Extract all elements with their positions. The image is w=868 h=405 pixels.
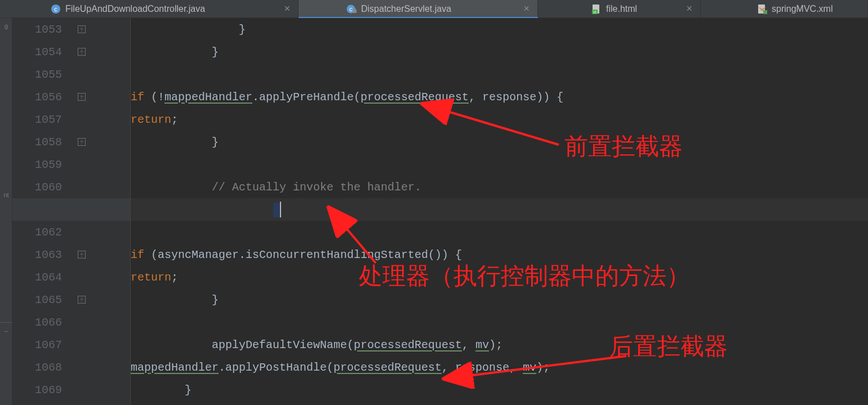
line-number[interactable]: 1054 (12, 46, 68, 59)
fold-column: − (68, 138, 96, 146)
code-line[interactable] (131, 63, 868, 86)
code-line[interactable]: } (131, 288, 868, 311)
code-line[interactable]: // Actually invoke the handler. (131, 176, 868, 198)
code-line[interactable] (131, 311, 868, 333)
line-number[interactable]: 1069 (12, 384, 68, 397)
line-number[interactable]: 1056 (12, 91, 68, 104)
code-line[interactable] (131, 153, 868, 176)
fold-column: − (68, 25, 96, 33)
close-icon[interactable]: × (282, 3, 292, 15)
gutter-line: 1067 (12, 333, 130, 356)
code-line[interactable]: return; (131, 266, 868, 288)
tab-file-1[interactable]: c DispatcherServlet.java × (299, 0, 538, 17)
line-number[interactable]: 1063 (12, 248, 68, 261)
gutter-line: 1054− (12, 41, 130, 63)
gutter-line: 1065− (12, 288, 130, 311)
code-area[interactable]: } } if (!mappedHandler.applyPreHandle(pr… (131, 18, 868, 405)
svg-text:H: H (593, 10, 596, 14)
fold-column: − (68, 48, 96, 56)
tab-file-3[interactable]: springMVC.xml (701, 0, 868, 17)
current-line-gutter (12, 198, 130, 221)
tab-label: file.html (606, 4, 637, 14)
selection-highlight (273, 203, 280, 217)
tab-label: FileUpAndDownloadController.java (65, 4, 205, 14)
class-lock-icon: c (346, 4, 357, 14)
fold-column: − (68, 93, 96, 101)
gutter-line: 1066 (12, 311, 130, 333)
svg-text:c: c (349, 6, 353, 12)
code-line[interactable]: } (131, 131, 868, 153)
xml-icon (757, 4, 767, 14)
code-line[interactable]: if (!mappedHandler.applyPreHandle(proces… (131, 86, 868, 108)
gutter-line: 1058− (12, 131, 130, 153)
code-line[interactable]: if (asyncManager.isConcurrentHandlingSta… (131, 243, 868, 266)
fold-column: − (68, 296, 96, 304)
tab-file-2[interactable]: H file.html × (538, 0, 701, 17)
close-icon[interactable]: × (684, 3, 695, 15)
class-icon: c (51, 4, 61, 14)
code-line[interactable]: return; (131, 108, 868, 131)
strip-handle[interactable]: – (0, 322, 12, 338)
line-number[interactable]: 1060 (12, 181, 68, 194)
line-number[interactable]: 1059 (12, 158, 68, 171)
code-line[interactable]: } (131, 41, 868, 63)
gutter-line: 1068 (12, 356, 130, 379)
line-number[interactable]: 1058 (12, 136, 68, 149)
gutter-line: 1064 (12, 266, 130, 288)
fold-column: − (68, 251, 96, 259)
text-caret (280, 202, 281, 217)
line-number[interactable]: 1067 (12, 339, 68, 351)
code-line[interactable]: applyDefaultViewName(processedRequest, m… (131, 333, 868, 356)
line-number[interactable]: 1057 (12, 113, 68, 126)
html-icon: H (591, 4, 602, 14)
tab-file-0[interactable]: c FileUpAndDownloadController.java × (0, 0, 299, 17)
gutter-line: 1069 (12, 379, 130, 401)
line-number[interactable]: 1053 (12, 23, 68, 36)
svg-text:c: c (54, 6, 57, 12)
line-number[interactable]: 1055 (12, 68, 68, 81)
gutter-line: 1056− (12, 86, 130, 108)
gutter-line: 1053− (12, 18, 130, 41)
gutter-line: 1063− (12, 243, 130, 266)
line-number[interactable]: 1062 (12, 226, 68, 239)
line-number[interactable]: 1065 (12, 293, 68, 306)
strip-handle[interactable]: nt (0, 187, 12, 203)
code-editor: g nt – 1053−1054−10551056−10571058−10591… (0, 18, 868, 405)
close-icon[interactable]: × (521, 3, 532, 15)
tab-label: DispatcherServlet.java (361, 4, 451, 14)
current-line-highlight (131, 198, 868, 221)
editor-tabbar: c FileUpAndDownloadController.java × c D… (0, 0, 868, 18)
gutter-line: 1060 (12, 176, 130, 198)
gutter-line: 1059 (12, 153, 130, 176)
strip-handle[interactable]: g (0, 18, 12, 34)
code-line[interactable] (131, 221, 868, 243)
code-line[interactable]: } (131, 18, 868, 41)
svg-rect-10 (763, 10, 767, 14)
code-line[interactable]: mappedHandler.applyPostHandle(processedR… (131, 356, 868, 379)
line-number[interactable]: 1068 (12, 361, 68, 374)
tab-label: springMVC.xml (772, 4, 833, 14)
gutter-line: 1062 (12, 221, 130, 243)
gutter: 1053−1054−10551056−10571058−105910601061… (12, 18, 131, 405)
line-number[interactable]: 1066 (12, 316, 68, 329)
gutter-line: 1057 (12, 108, 130, 131)
gutter-line: 1055 (12, 63, 130, 86)
left-tool-strip: g nt – (0, 18, 12, 405)
code-line[interactable]: } (131, 379, 868, 401)
line-number[interactable]: 1064 (12, 271, 68, 284)
